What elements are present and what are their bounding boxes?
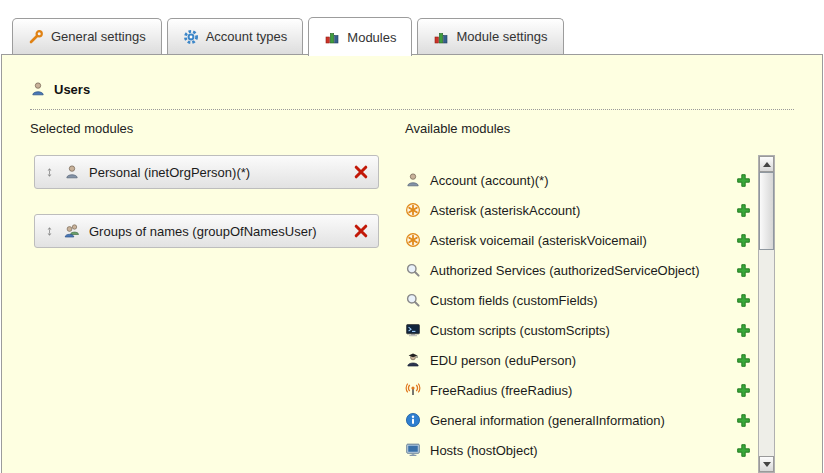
selected-module-row[interactable]: Groups of names (groupOfNamesUser) xyxy=(34,214,379,248)
tab-account-types[interactable]: Account types xyxy=(167,18,304,54)
available-module-row: Hosts (hostObject) xyxy=(405,435,751,465)
available-module-row: FreeRadius (freeRadius) xyxy=(405,375,751,405)
scrollbar-thumb[interactable] xyxy=(759,172,774,250)
available-module-label: FreeRadius (freeRadius) xyxy=(430,383,727,398)
module-settings-icon xyxy=(433,29,449,45)
available-module-label: EDU person (eduPerson) xyxy=(430,353,727,368)
available-module-label: Account (account)(*) xyxy=(430,173,727,188)
available-module-row: Asterisk voicemail (asteriskVoicemail) xyxy=(405,225,751,255)
section-title: Users xyxy=(54,82,90,97)
add-icon[interactable] xyxy=(736,233,751,248)
available-module-label: Custom scripts (customScripts) xyxy=(430,323,727,338)
scrollbar-track[interactable] xyxy=(759,172,774,456)
sort-handle-icon[interactable] xyxy=(44,224,55,239)
magnifier-icon xyxy=(405,292,421,308)
add-icon[interactable] xyxy=(736,383,751,398)
available-module-row: Custom fields (customFields) xyxy=(405,285,751,315)
users-section-header: Users xyxy=(30,81,794,110)
delete-icon[interactable] xyxy=(353,223,369,239)
computer-icon xyxy=(405,442,421,458)
info-icon xyxy=(405,412,421,428)
antenna-icon xyxy=(405,382,421,398)
available-module-row: EDU person (eduPerson) xyxy=(405,345,751,375)
selected-modules-list: Personal (inetOrgPerson)(*) Groups of na… xyxy=(34,155,379,248)
tab-module-settings[interactable]: Module settings xyxy=(417,18,563,54)
magnifier-icon xyxy=(405,262,421,278)
add-icon[interactable] xyxy=(736,203,751,218)
selected-module-row[interactable]: Personal (inetOrgPerson)(*) xyxy=(34,155,379,189)
tab-label: Modules xyxy=(347,30,396,45)
sort-handle-icon[interactable] xyxy=(44,165,55,180)
asterisk-icon xyxy=(405,202,421,218)
available-module-row: Asterisk (asteriskAccount) xyxy=(405,195,751,225)
add-icon[interactable] xyxy=(736,323,751,338)
lam-configuration-page: General settings Account types Modules M… xyxy=(0,0,824,473)
tab-general-settings[interactable]: General settings xyxy=(12,18,162,54)
scroll-up-button[interactable] xyxy=(759,156,774,172)
scroll-down-button[interactable] xyxy=(759,456,774,472)
available-module-label: General information (generalInformation) xyxy=(430,413,727,428)
terminal-icon xyxy=(405,322,421,338)
tab-label: Module settings xyxy=(456,29,547,44)
available-module-row: Account (account)(*) xyxy=(405,165,751,195)
available-module-label: Hosts (hostObject) xyxy=(430,443,727,458)
user-icon xyxy=(30,81,46,97)
group-icon xyxy=(64,223,80,239)
add-icon[interactable] xyxy=(736,293,751,308)
modules-icon xyxy=(324,29,340,45)
tab-modules[interactable]: Modules xyxy=(308,17,412,56)
tab-bar: General settings Account types Modules M… xyxy=(12,18,564,54)
available-module-row: General information (generalInformation) xyxy=(405,405,751,435)
add-icon[interactable] xyxy=(736,353,751,368)
available-modules-heading: Available modules xyxy=(405,121,510,136)
selected-module-label: Groups of names (groupOfNamesUser) xyxy=(89,224,344,239)
asterisk-icon xyxy=(405,232,421,248)
selected-module-label: Personal (inetOrgPerson)(*) xyxy=(89,165,344,180)
selected-modules-heading: Selected modules xyxy=(30,121,133,136)
available-module-label: Custom fields (customFields) xyxy=(430,293,727,308)
modules-panel: Users Selected modules Available modules… xyxy=(1,54,823,473)
add-icon[interactable] xyxy=(736,263,751,278)
arrow-up-icon xyxy=(763,162,771,167)
tab-label: Account types xyxy=(206,29,288,44)
add-icon[interactable] xyxy=(736,443,751,458)
add-icon[interactable] xyxy=(736,173,751,188)
available-module-label: Asterisk voicemail (asteriskVoicemail) xyxy=(430,233,727,248)
scrollbar[interactable] xyxy=(758,155,775,473)
add-icon[interactable] xyxy=(736,413,751,428)
wrench-icon xyxy=(28,29,44,45)
available-modules-list: Account (account)(*) Asterisk (asteriskA… xyxy=(405,165,751,465)
delete-icon[interactable] xyxy=(353,164,369,180)
available-module-label: Authorized Services (authorizedServiceOb… xyxy=(430,263,727,278)
arrow-down-icon xyxy=(763,462,771,467)
person-icon xyxy=(405,172,421,188)
available-module-row: Custom scripts (customScripts) xyxy=(405,315,751,345)
available-module-label: Asterisk (asteriskAccount) xyxy=(430,203,727,218)
person-icon xyxy=(64,164,80,180)
graduate-icon xyxy=(405,352,421,368)
gear-icon xyxy=(183,29,199,45)
tab-label: General settings xyxy=(51,29,146,44)
available-module-row: Authorized Services (authorizedServiceOb… xyxy=(405,255,751,285)
